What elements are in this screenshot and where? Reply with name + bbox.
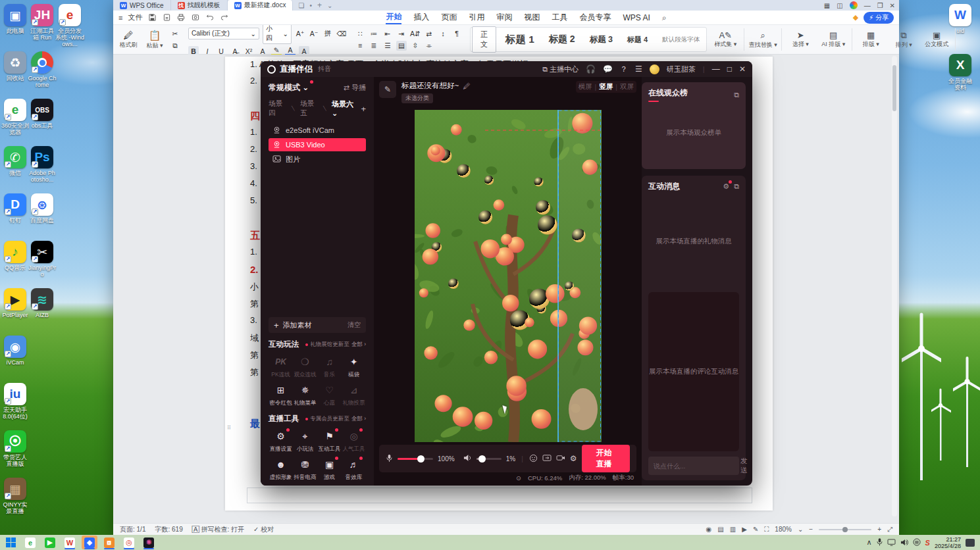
- tray-volume-icon[interactable]: [900, 537, 908, 549]
- feature-礼物菜单[interactable]: ✵礼物菜单: [293, 383, 317, 407]
- user-avatar[interactable]: [650, 64, 659, 74]
- video-preview[interactable]: [415, 110, 602, 442]
- menu-工具[interactable]: 工具: [552, 12, 567, 23]
- word-count[interactable]: 字数: 619: [155, 525, 182, 534]
- save-icon[interactable]: [147, 13, 157, 22]
- feature-PK连线[interactable]: PKPK连线: [269, 355, 293, 379]
- line-spacing-button[interactable]: ⇳: [410, 41, 421, 51]
- style-标题 2[interactable]: 标题 2: [544, 34, 580, 45]
- tool-排列[interactable]: ⧉排列 ▾: [889, 30, 918, 49]
- scene-tab-场景六[interactable]: 场景六 ⌄: [332, 99, 357, 118]
- export-pdf-icon[interactable]: [162, 13, 171, 22]
- audience-tab[interactable]: 在线观众榜: [648, 88, 688, 102]
- message-settings-gear-icon[interactable]: ⚙: [723, 182, 729, 191]
- taskbar-clock[interactable]: 21:27 2025/4/28: [935, 536, 961, 549]
- taskbar-camera-app[interactable]: ⧇: [101, 536, 117, 549]
- headset-icon[interactable]: 🎧: [586, 64, 596, 74]
- speaker-volume-slider[interactable]: [477, 458, 502, 460]
- align-left-button[interactable]: ≡: [355, 41, 365, 51]
- source-USB3 Video[interactable]: USB3 Video: [269, 138, 366, 151]
- feature-虚拟形象[interactable]: ☻虚拟形象: [269, 457, 293, 482]
- studio-username[interactable]: 研玉甜茶: [667, 64, 696, 74]
- paste-button[interactable]: 📋粘贴 ▾: [143, 27, 166, 52]
- shrink-font-button[interactable]: A⁻: [309, 29, 319, 39]
- hamburger-icon[interactable]: ≡: [118, 14, 122, 22]
- ribbon-search-icon[interactable]: ⌕: [662, 13, 667, 22]
- sogou-input-icon[interactable]: S: [925, 539, 930, 547]
- zoom-in-button[interactable]: +: [877, 526, 881, 533]
- taskbar-wps[interactable]: W: [62, 536, 78, 549]
- desktop-icon-PotPlayer[interactable]: ▶↗PotPlayer: [1, 288, 30, 318]
- zoom-chevron-icon[interactable]: ⌄: [798, 526, 803, 533]
- cut-icon[interactable]: ✂: [170, 29, 180, 39]
- orientation-横屏[interactable]: 横屏: [579, 82, 592, 91]
- font-size-select[interactable]: 小四⌄: [263, 23, 292, 44]
- mirror-flip-icon[interactable]: [542, 454, 552, 463]
- scene-tab-场景四[interactable]: 场景四: [269, 99, 286, 118]
- tool-查找替换[interactable]: ⌕查找替换 ▾: [748, 30, 777, 49]
- settings-gear-icon[interactable]: ⚙: [570, 454, 577, 463]
- feature-直播设置[interactable]: ⚙直播设置: [269, 429, 293, 453]
- mic-icon[interactable]: [386, 454, 393, 464]
- spellcheck-status[interactable]: 🄰 拼写检查: 打开: [192, 525, 244, 534]
- clear-materials-button[interactable]: 清空: [348, 320, 361, 330]
- tab-list-chevron-icon[interactable]: ⌄: [327, 2, 332, 9]
- desktop-icon-全员金融资料[interactable]: X全员金融资料: [946, 54, 975, 91]
- taskbar-green-live-tool[interactable]: ▶: [42, 536, 58, 549]
- desktop-icon-江湖工具箱 Run[interactable]: JH↗江湖工具箱 Run: [28, 4, 57, 41]
- print-preview-icon[interactable]: [191, 13, 200, 22]
- sort-button[interactable]: ↕: [438, 29, 448, 39]
- style-默认段落字体[interactable]: 默认段落字体: [657, 36, 705, 44]
- text-direction-button[interactable]: A⇵: [410, 29, 421, 39]
- desktop-icon-此电脑[interactable]: ▣此电脑: [1, 4, 30, 34]
- decrease-indent-button[interactable]: ⇤: [382, 29, 393, 39]
- notification-center-icon[interactable]: [966, 539, 975, 547]
- number-list-button[interactable]: ≔: [369, 29, 379, 39]
- layout-switch-icon[interactable]: ▦: [824, 2, 830, 9]
- tray-expand-icon[interactable]: ∧: [867, 538, 872, 547]
- desktop-icon-宏天助手 8.0(64位)[interactable]: iu↗宏天助手 8.0(64位): [1, 383, 30, 420]
- desktop-icon-JianyingPro[interactable]: ✂↗JianyingPro: [28, 241, 57, 278]
- taskbar-obs[interactable]: ◎: [121, 536, 137, 549]
- fit-page-icon[interactable]: ⛶: [764, 526, 769, 534]
- proofread-status[interactable]: ✓ 校对: [253, 525, 274, 534]
- eye-protect-icon[interactable]: ◉: [706, 526, 712, 533]
- taskbar-live-companion[interactable]: ◆: [82, 536, 97, 549]
- camera-icon[interactable]: [556, 454, 565, 463]
- bullet-list-button[interactable]: ∷: [355, 29, 365, 39]
- menu-审阅[interactable]: 审阅: [496, 12, 512, 23]
- start-button[interactable]: [3, 536, 18, 549]
- zoom-slider[interactable]: [819, 529, 871, 530]
- feature-音乐[interactable]: ♫音乐: [317, 355, 342, 379]
- shading-button[interactable]: ⌯: [424, 41, 434, 51]
- play-view-icon[interactable]: ▶: [742, 526, 747, 533]
- clear-format-button[interactable]: ⌫: [336, 29, 347, 39]
- redo-icon[interactable]: [220, 13, 229, 22]
- align-center-button[interactable]: ≣: [369, 41, 379, 51]
- taskbar-browser-360[interactable]: e: [22, 536, 38, 549]
- maximize-button[interactable]: ❐: [877, 2, 883, 9]
- close-button[interactable]: ✕: [890, 2, 895, 9]
- wps-account-avatar[interactable]: [850, 1, 858, 9]
- help-icon[interactable]: ？: [620, 64, 628, 75]
- source-e2eSoft iVCam[interactable]: e2eSoft iVCam: [269, 124, 366, 137]
- tool-AI 排版[interactable]: ▤AI 排版 ▾: [819, 30, 848, 49]
- menu-插入[interactable]: 插入: [413, 12, 429, 23]
- member-diamond-icon[interactable]: ◆: [853, 13, 858, 22]
- studio-maximize-button[interactable]: □: [727, 64, 732, 74]
- tray-eco-icon[interactable]: [913, 537, 921, 549]
- scene-tab-场景五[interactable]: 场景五: [300, 99, 318, 118]
- desktop-icon-回收站[interactable]: ♻回收站: [1, 51, 30, 82]
- desktop-icon-Adobe Photosho...[interactable]: Ps↗Adobe Photosho...: [28, 146, 57, 183]
- edit-title-icon[interactable]: 🖉: [463, 82, 471, 90]
- tool-选择[interactable]: ➤选择 ▾: [786, 30, 815, 49]
- page-view-icon[interactable]: ▤: [717, 526, 723, 533]
- popout-icon[interactable]: ⧉: [734, 91, 739, 99]
- add-material-button[interactable]: +添加素材 清空: [269, 317, 366, 333]
- copy-icon[interactable]: ⧉: [170, 41, 180, 51]
- taskbar-color-wheel-app[interactable]: ✺: [141, 536, 157, 549]
- skin-icon[interactable]: ◫: [837, 2, 842, 9]
- desktop-icon-百度网盘[interactable]: ⊛↗百度网盘: [28, 193, 57, 224]
- section-notice[interactable]: 礼物展馆更新至全部 ›: [305, 341, 366, 349]
- desktop-icon-钉钉[interactable]: D↗钉钉: [1, 193, 30, 224]
